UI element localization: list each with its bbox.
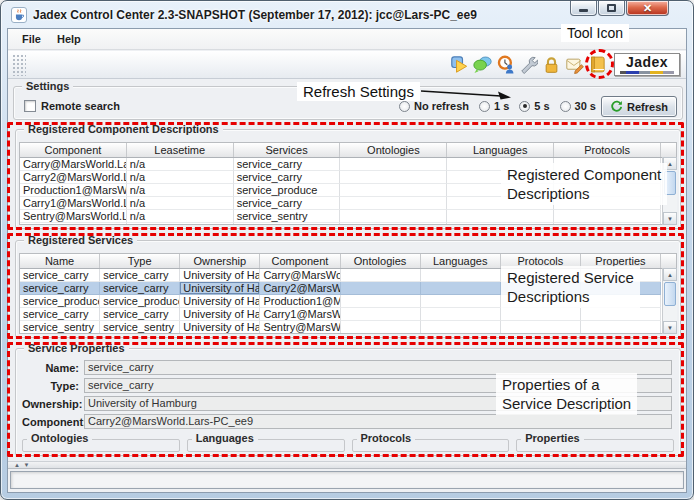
refresh-radio-5-s[interactable]: 5 s: [519, 100, 549, 112]
splitpane-arrows-icon[interactable]: [14, 462, 31, 469]
table-row[interactable]: service_carryservice_carryUniversity of …: [20, 269, 661, 282]
column-header[interactable]: Ontologies: [341, 254, 421, 268]
column-header[interactable]: Properties: [581, 254, 661, 268]
component-table-scrollbar[interactable]: [662, 157, 677, 225]
table-cell[interactable]: service_produce: [234, 223, 341, 224]
table-cell[interactable]: Carry1@MarsW...: [260, 308, 340, 321]
table-cell[interactable]: Production1@MarsWo...: [20, 184, 127, 197]
library-book-icon[interactable]: [587, 54, 608, 75]
table-cell[interactable]: service_carry: [234, 158, 341, 171]
table-row[interactable]: Production2@MarsWo...n/aservice_produce: [20, 223, 661, 224]
scroll-up-icon[interactable]: [663, 157, 677, 170]
table-cell[interactable]: [581, 282, 661, 295]
remote-search-row[interactable]: Remote search: [24, 100, 120, 112]
radio-icon[interactable]: [519, 101, 530, 112]
services-table-scrollbar[interactable]: [662, 268, 677, 334]
table-cell[interactable]: [447, 184, 554, 197]
table-cell[interactable]: [554, 158, 661, 171]
scroll-down-icon[interactable]: [663, 212, 677, 225]
table-cell[interactable]: Carry@MarsWorld.Lar...: [20, 158, 127, 171]
table-cell[interactable]: [340, 158, 447, 171]
scrollbar-thumb[interactable]: [664, 282, 676, 306]
table-cell[interactable]: Carry2@MarsW...: [260, 282, 340, 295]
column-header[interactable]: Protocols: [501, 254, 581, 268]
table-cell[interactable]: University of Ha...: [180, 308, 260, 321]
column-header[interactable]: Languages: [421, 254, 501, 268]
refresh-radio-30-s[interactable]: 30 s: [560, 100, 596, 112]
menu-file[interactable]: File: [14, 31, 49, 47]
table-cell[interactable]: service_produce: [100, 295, 180, 308]
table-cell[interactable]: University of Ha...: [180, 269, 260, 282]
close-button[interactable]: [626, 1, 669, 16]
column-header[interactable]: Services: [234, 143, 341, 157]
table-cell[interactable]: service_produce: [20, 295, 100, 308]
table-cell[interactable]: service_sentry: [20, 321, 100, 333]
table-cell[interactable]: n/a: [127, 158, 234, 171]
table-row[interactable]: Carry2@MarsWorld.La...n/aservice_carry: [20, 171, 661, 184]
remote-search-checkbox[interactable]: [24, 100, 36, 112]
table-cell[interactable]: [341, 308, 421, 321]
column-header[interactable]: Languages: [447, 143, 554, 157]
messages-icon[interactable]: [564, 54, 585, 75]
column-header[interactable]: Name: [20, 254, 100, 268]
table-cell[interactable]: [501, 295, 581, 308]
table-cell[interactable]: service_carry: [20, 269, 100, 282]
table-row[interactable]: service_sentryservice_sentryUniversity o…: [20, 321, 661, 333]
table-cell[interactable]: [447, 210, 554, 223]
table-cell[interactable]: Production2@MarsWo...: [20, 223, 127, 224]
radio-icon[interactable]: [399, 101, 410, 112]
table-cell[interactable]: n/a: [127, 184, 234, 197]
table-cell[interactable]: [340, 223, 447, 224]
table-cell[interactable]: [341, 269, 421, 282]
refresh-button[interactable]: Refresh: [601, 96, 677, 117]
table-cell[interactable]: Carry@MarsWor...: [260, 269, 340, 282]
table-cell[interactable]: [421, 295, 501, 308]
table-cell[interactable]: [554, 184, 661, 197]
table-cell[interactable]: [554, 197, 661, 210]
table-cell[interactable]: [421, 282, 501, 295]
starter-icon[interactable]: [449, 54, 470, 75]
property-value-field[interactable]: University of Hamburg: [84, 396, 672, 411]
column-header[interactable]: Component: [260, 254, 340, 268]
minimize-button[interactable]: [570, 1, 597, 16]
table-cell[interactable]: [447, 171, 554, 184]
table-cell[interactable]: [501, 269, 581, 282]
column-header[interactable]: Leasetime: [127, 143, 234, 157]
table-row[interactable]: service_carryservice_carryUniversity of …: [20, 308, 661, 321]
table-cell[interactable]: [421, 308, 501, 321]
radio-icon[interactable]: [479, 101, 490, 112]
column-header[interactable]: Ontologies: [340, 143, 447, 157]
table-cell[interactable]: n/a: [127, 197, 234, 210]
table-cell[interactable]: [581, 295, 661, 308]
table-cell[interactable]: University of Ha...: [180, 295, 260, 308]
scrollbar-thumb[interactable]: [664, 171, 676, 195]
table-cell[interactable]: service_carry: [100, 282, 180, 295]
scroll-up-icon[interactable]: [663, 268, 677, 281]
table-cell[interactable]: service_carry: [20, 282, 100, 295]
column-header[interactable]: Protocols: [554, 143, 661, 157]
table-cell[interactable]: [501, 308, 581, 321]
table-cell[interactable]: n/a: [127, 223, 234, 224]
radio-icon[interactable]: [560, 101, 571, 112]
table-cell[interactable]: n/a: [127, 210, 234, 223]
column-header[interactable]: Ownership: [180, 254, 260, 268]
table-cell[interactable]: n/a: [127, 171, 234, 184]
table-cell[interactable]: service_carry: [100, 269, 180, 282]
table-cell[interactable]: service_carry: [234, 171, 341, 184]
table-cell[interactable]: University of Ha...: [180, 282, 260, 295]
table-cell[interactable]: [501, 282, 581, 295]
table-cell[interactable]: [501, 321, 581, 333]
table-cell[interactable]: [341, 321, 421, 333]
table-cell[interactable]: [341, 295, 421, 308]
table-cell[interactable]: [340, 184, 447, 197]
property-value-field[interactable]: service_carry: [84, 378, 672, 393]
table-cell[interactable]: [581, 308, 661, 321]
table-cell[interactable]: Sentry@MarsW...: [260, 321, 340, 333]
table-cell[interactable]: service_sentry: [234, 210, 341, 223]
toolbar-grip[interactable]: [12, 54, 26, 76]
table-cell[interactable]: [340, 171, 447, 184]
table-row[interactable]: service_produceservice_produceUniversity…: [20, 295, 661, 308]
table-cell[interactable]: [447, 197, 554, 210]
table-cell[interactable]: Carry1@MarsWorld.La...: [20, 197, 127, 210]
table-row[interactable]: Carry@MarsWorld.Lar...n/aservice_carry: [20, 158, 661, 171]
